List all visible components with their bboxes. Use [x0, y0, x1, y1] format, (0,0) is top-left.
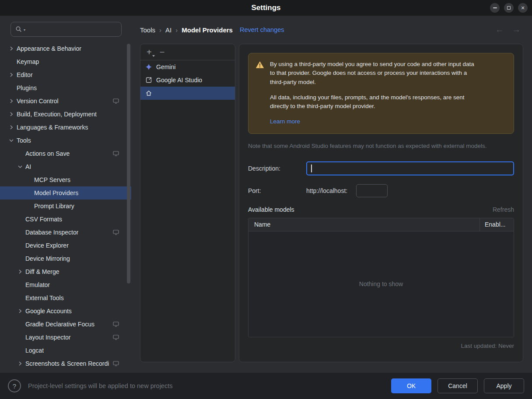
sidebar-item-screenshots-screen-recordi[interactable]: Screenshots & Screen Recordi: [0, 357, 131, 370]
close-button[interactable]: ✕: [518, 3, 528, 13]
sidebar-item-gradle-declarative-focus[interactable]: Gradle Declarative Focus: [0, 318, 131, 331]
sidebar-item-layout-inspector[interactable]: Layout Inspector: [0, 331, 131, 344]
help-button[interactable]: ?: [8, 379, 21, 392]
chevron-right-icon[interactable]: [6, 125, 17, 130]
provider-item-new[interactable]: [140, 87, 235, 100]
sidebar-scrollbar[interactable]: [127, 44, 130, 284]
sidebar-item-plugins[interactable]: Plugins: [0, 81, 131, 94]
column-header-enabled[interactable]: Enabl...: [480, 218, 514, 231]
warning-paragraph-1: By using a third-party model you agree t…: [270, 60, 476, 87]
breadcrumb-separator-icon: ›: [159, 26, 161, 34]
minimize-button[interactable]: [490, 3, 500, 13]
text-caret: [311, 164, 312, 172]
sidebar-item-device-explorer[interactable]: Device Explorer: [0, 239, 131, 252]
window-controls: ✕: [490, 3, 528, 13]
refresh-link[interactable]: Refresh: [493, 206, 514, 213]
chevron-right-icon[interactable]: [6, 112, 17, 117]
settings-sidebar: ▾ Appearance & BehaviorKeymapEditorPlugi…: [0, 16, 131, 373]
provider-item-gemini[interactable]: Gemini: [140, 60, 235, 74]
chevron-down-icon[interactable]: [6, 138, 17, 143]
forward-arrow-icon[interactable]: →: [512, 25, 521, 35]
chevron-right-icon[interactable]: [15, 308, 25, 314]
maximize-icon: [507, 6, 511, 10]
sidebar-item-label: Editor: [17, 71, 33, 78]
chevron-right-icon[interactable]: [6, 98, 17, 104]
provider-form-panel: By using a third-party model you agree t…: [239, 44, 523, 362]
provider-item-google-ai-studio[interactable]: Google AI Studio: [140, 74, 235, 87]
sidebar-item-tools[interactable]: Tools: [0, 134, 131, 147]
remove-provider-button[interactable]: −: [160, 48, 165, 56]
breadcrumb-current: Model Providers: [182, 26, 233, 34]
sidebar-item-device-mirroring[interactable]: Device Mirroring: [0, 252, 131, 265]
breadcrumb: Tools › AI › Model Providers Revert chan…: [131, 16, 532, 44]
sidebar-item-mcp-servers[interactable]: MCP Servers: [0, 173, 131, 186]
chevron-right-icon[interactable]: [6, 46, 17, 51]
screen-icon: [113, 335, 119, 340]
sidebar-item-external-tools[interactable]: External Tools: [0, 291, 131, 304]
sidebar-item-database-inspector[interactable]: Database Inspector: [0, 226, 131, 239]
learn-more-link[interactable]: Learn more: [270, 117, 300, 126]
sidebar-item-model-providers[interactable]: Model Providers: [0, 186, 131, 200]
sidebar-item-google-accounts[interactable]: Google Accounts: [0, 304, 131, 318]
sidebar-item-label: External Tools: [25, 294, 64, 301]
sidebar-item-label: MCP Servers: [34, 176, 70, 183]
sidebar-item-label: Device Explorer: [25, 242, 69, 249]
warning-text: By using a third-party model you agree t…: [270, 60, 476, 126]
chevron-right-icon[interactable]: [15, 269, 25, 274]
breadcrumb-ai[interactable]: AI: [165, 26, 172, 34]
back-arrow-icon[interactable]: ←: [495, 25, 504, 35]
sidebar-item-languages-frameworks[interactable]: Languages & Frameworks: [0, 121, 131, 134]
sidebar-item-keymap[interactable]: Keymap: [0, 55, 131, 68]
breadcrumb-separator-icon: ›: [175, 26, 178, 34]
breadcrumb-tools[interactable]: Tools: [140, 26, 155, 34]
apply-button[interactable]: Apply: [484, 378, 524, 393]
sidebar-item-label: Plugins: [17, 84, 37, 91]
sidebar-item-logcat[interactable]: Logcat: [0, 344, 131, 357]
description-input[interactable]: [306, 161, 514, 175]
model-providers-panels: + − GeminiGoogle AI Studio By using a th…: [131, 44, 532, 373]
screen-icon: [113, 230, 119, 235]
dialog-footer: ? Project-level settings will be applied…: [0, 373, 532, 399]
sidebar-item-label: CSV Formats: [25, 216, 62, 223]
sidebar-item-editor[interactable]: Editor: [0, 68, 131, 81]
ok-button[interactable]: OK: [391, 378, 431, 393]
sidebar-item-emulator[interactable]: Emulator: [0, 278, 131, 291]
sidebar-item-label: Gradle Declarative Focus: [25, 321, 94, 328]
available-models-label: Available models: [248, 206, 294, 213]
chevron-right-icon[interactable]: [6, 72, 17, 77]
search-input[interactable]: ▾: [10, 22, 122, 37]
settings-content: Tools › AI › Model Providers Revert chan…: [131, 16, 532, 373]
chevron-right-icon[interactable]: [15, 361, 25, 366]
warning-icon: [256, 60, 264, 126]
add-provider-button[interactable]: +: [147, 48, 152, 56]
sidebar-item-appearance-behavior[interactable]: Appearance & Behavior: [0, 42, 131, 55]
sidebar-item-build-execution-deployment[interactable]: Build, Execution, Deployment: [0, 108, 131, 121]
sidebar-item-label: Emulator: [25, 281, 50, 288]
available-models-header: Available models Refresh: [248, 206, 514, 213]
search-caret-icon: ▾: [24, 28, 25, 32]
sidebar-item-prompt-library[interactable]: Prompt Library: [0, 200, 131, 213]
history-navigation: ← →: [495, 25, 521, 35]
sidebar-item-label: Database Inspector: [25, 229, 78, 236]
revert-changes-link[interactable]: Revert changes: [240, 26, 284, 33]
sidebar-item-ai[interactable]: AI: [0, 160, 131, 173]
sidebar-item-csv-formats[interactable]: CSV Formats: [0, 213, 131, 226]
sidebar-item-diff-merge[interactable]: Diff & Merge: [0, 265, 131, 278]
column-header-name[interactable]: Name: [248, 221, 480, 228]
sidebar-item-version-control[interactable]: Version Control: [0, 94, 131, 108]
sidebar-item-label: Actions on Save: [25, 150, 70, 157]
sidebar-item-label: Appearance & Behavior: [17, 45, 81, 52]
chevron-down-icon[interactable]: [15, 164, 25, 169]
port-label: Port:: [248, 187, 306, 194]
cancel-button[interactable]: Cancel: [438, 378, 478, 393]
home-icon: [145, 90, 152, 97]
remove-icon: −: [160, 47, 165, 57]
third-party-warning-banner: By using a third-party model you agree t…: [248, 53, 514, 134]
description-label: Description:: [248, 165, 306, 172]
maximize-button[interactable]: [504, 3, 514, 13]
port-row: Port: http://localhost:: [248, 184, 514, 197]
sidebar-item-actions-on-save[interactable]: Actions on Save: [0, 147, 131, 160]
port-input[interactable]: [356, 184, 388, 197]
google-ai-studio-icon: [145, 77, 152, 84]
warning-paragraph-2: All data, including your files, prompts,…: [270, 93, 476, 111]
